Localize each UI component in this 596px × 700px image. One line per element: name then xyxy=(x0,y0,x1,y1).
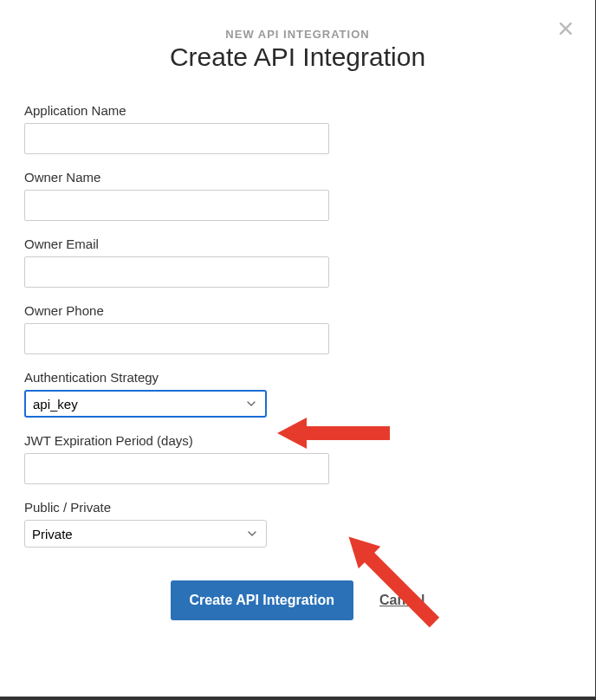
owner-email-input[interactable] xyxy=(24,256,329,288)
cancel-button[interactable]: Cancel xyxy=(379,593,424,608)
jwt-expiration-input[interactable] xyxy=(24,453,329,484)
owner-name-group: Owner Name xyxy=(24,170,571,221)
public-private-group: Public / Private Private xyxy=(24,500,571,548)
public-private-select[interactable]: Private xyxy=(24,520,267,548)
owner-phone-label: Owner Phone xyxy=(24,303,571,318)
modal-actions: Create API Integration Cancel xyxy=(24,580,571,620)
application-name-input[interactable] xyxy=(24,123,329,154)
auth-strategy-select[interactable]: api_key xyxy=(24,390,267,418)
auth-strategy-group: Authentication Strategy api_key xyxy=(24,370,571,418)
owner-phone-input[interactable] xyxy=(24,323,329,354)
jwt-expiration-group: JWT Expiration Period (days) xyxy=(24,433,571,484)
owner-email-label: Owner Email xyxy=(24,237,571,251)
create-api-integration-modal: NEW API INTEGRATION Create API Integrati… xyxy=(0,0,595,697)
modal-header: NEW API INTEGRATION Create API Integrati… xyxy=(24,28,571,72)
owner-email-group: Owner Email xyxy=(24,237,571,288)
auth-strategy-label: Authentication Strategy xyxy=(24,370,571,385)
modal-eyebrow: NEW API INTEGRATION xyxy=(24,28,571,41)
owner-name-input[interactable] xyxy=(24,190,329,221)
jwt-expiration-label: JWT Expiration Period (days) xyxy=(24,433,571,448)
owner-phone-group: Owner Phone xyxy=(24,303,571,354)
create-api-integration-button[interactable]: Create API Integration xyxy=(171,580,353,620)
application-name-label: Application Name xyxy=(24,103,571,118)
modal-title: Create API Integration xyxy=(24,42,571,72)
public-private-label: Public / Private xyxy=(24,500,571,515)
close-icon[interactable] xyxy=(557,17,574,42)
owner-name-label: Owner Name xyxy=(24,170,571,185)
application-name-group: Application Name xyxy=(24,103,571,154)
